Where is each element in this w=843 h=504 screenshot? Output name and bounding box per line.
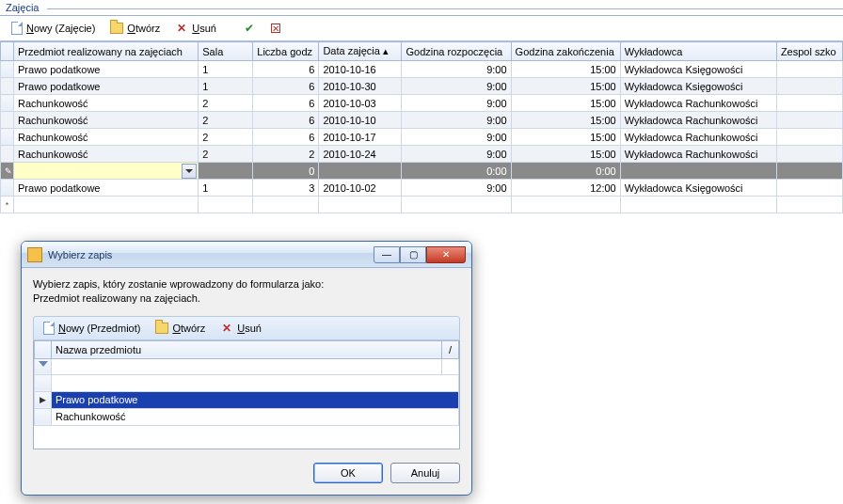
minimize-button[interactable]: —	[374, 246, 400, 263]
cell[interactable]: 6	[253, 95, 319, 112]
cell[interactable]: 2010-10-03	[319, 95, 402, 112]
cell[interactable]: 3	[253, 180, 319, 197]
cell[interactable]: 9:00	[402, 146, 511, 163]
close-button[interactable]: ✕	[426, 246, 466, 263]
cell[interactable]: 6	[253, 61, 319, 78]
cell[interactable]	[776, 95, 842, 112]
cell[interactable]: 2	[199, 129, 253, 146]
col-end[interactable]: Godzina zakończenia	[511, 42, 620, 61]
cell[interactable]: 9:00	[402, 112, 511, 129]
ok-button[interactable]: OK	[313, 463, 383, 483]
new-button[interactable]: Nowy (Zajęcie)	[6, 20, 101, 37]
cell[interactable]	[620, 197, 776, 213]
cell[interactable]: Wykładowca Rachunkowości	[620, 112, 776, 129]
table-row[interactable]: Prawo podatkowe162010-10-309:0015:00Wykł…	[1, 78, 843, 95]
cell[interactable]: 9:00	[402, 61, 511, 78]
cell[interactable]: Prawo podatkowe	[14, 78, 199, 95]
cell[interactable]	[776, 78, 842, 95]
col-nazwa[interactable]: Nazwa przedmiotu	[52, 340, 442, 358]
cancel-button[interactable]: ✕	[265, 22, 286, 35]
col-sort[interactable]: /	[442, 340, 459, 358]
col-godz[interactable]: Liczba godz	[253, 42, 319, 61]
cell[interactable]: Wykładowca Księgowości	[620, 180, 776, 197]
filter-row[interactable]	[35, 358, 459, 374]
dialog-grid[interactable]: Nazwa przedmiotu / ▶ Prawo podatkowe	[34, 340, 459, 426]
cell[interactable]: 1	[199, 61, 253, 78]
main-grid[interactable]: Przedmiot realizowany na zajęciach Sala …	[0, 41, 843, 213]
col-data[interactable]: Data zajęcia ▴	[319, 42, 402, 61]
cell[interactable]: 15:00	[511, 61, 620, 78]
cell[interactable]: 15:00	[511, 78, 620, 95]
cell[interactable]: 2010-10-24	[319, 146, 402, 163]
cell[interactable]: 9:00	[402, 129, 511, 146]
dialog-titlebar[interactable]: Wybierz zapis — ▢ ✕	[22, 242, 471, 268]
cell[interactable]	[319, 163, 402, 180]
cell[interactable]: 1	[199, 78, 253, 95]
cell[interactable]: Prawo podatkowe	[14, 61, 199, 78]
cell[interactable]	[199, 197, 253, 213]
col-wyk[interactable]: Wykładowca	[620, 42, 776, 61]
accept-button[interactable]: ✔	[237, 20, 262, 37]
dialog-new-button[interactable]: Nowy (Przedmiot)	[38, 320, 146, 337]
cell[interactable]: 1	[199, 180, 253, 197]
cell[interactable]: 15:00	[511, 146, 620, 163]
cell[interactable]: 0:00	[511, 163, 620, 180]
cell[interactable]	[776, 163, 842, 180]
cell[interactable]: 9:00	[402, 95, 511, 112]
cell[interactable]: 2010-10-02	[319, 180, 402, 197]
cancel-dialog-button[interactable]: Anuluj	[390, 463, 460, 483]
cell[interactable]: Wykładowca Księgowości	[620, 78, 776, 95]
cell[interactable]: 2	[199, 112, 253, 129]
cell[interactable]: Rachunkowość	[14, 95, 199, 112]
cell[interactable]: Rachunkowość	[14, 129, 199, 146]
cell[interactable]: 6	[253, 112, 319, 129]
cell[interactable]: 2	[253, 146, 319, 163]
cell[interactable]: Rachunkowość	[14, 146, 199, 163]
cell[interactable]: Wykładowca Księgowości	[620, 61, 776, 78]
cell[interactable]	[776, 146, 842, 163]
cell[interactable]: Wykładowca Rachunkowości	[620, 146, 776, 163]
cell[interactable]	[776, 129, 842, 146]
cell[interactable]: 2010-10-16	[319, 61, 402, 78]
edit-row[interactable]: ✎00:000:00	[1, 163, 843, 180]
cell[interactable]	[319, 197, 402, 213]
table-row[interactable]: Rachunkowość222010-10-249:0015:00Wykłado…	[1, 146, 843, 163]
cell[interactable]	[776, 61, 842, 78]
dialog-delete-button[interactable]: ✕ Usuń	[215, 320, 267, 337]
blank-row[interactable]	[35, 374, 459, 391]
cell[interactable]: Rachunkowość	[14, 112, 199, 129]
col-przedmiot[interactable]: Przedmiot realizowany na zajęciach	[14, 42, 199, 61]
table-row[interactable]: Rachunkowość262010-10-179:0015:00Wykłado…	[1, 129, 843, 146]
cell[interactable]: 15:00	[511, 95, 620, 112]
cell[interactable]: 15:00	[511, 129, 620, 146]
cell[interactable]	[620, 163, 776, 180]
cell[interactable]	[199, 163, 253, 180]
cell[interactable]: 2010-10-10	[319, 112, 402, 129]
cell[interactable]: 2	[199, 95, 253, 112]
col-sala[interactable]: Sala	[199, 42, 253, 61]
cell[interactable]: 9:00	[402, 180, 511, 197]
delete-button[interactable]: ✕ Usuń	[169, 20, 222, 37]
cell[interactable]	[776, 180, 842, 197]
cell[interactable]: Prawo podatkowe	[14, 180, 199, 197]
table-row[interactable]: Prawo podatkowe162010-10-169:0015:00Wykł…	[1, 61, 843, 78]
cell[interactable]: 0:00	[402, 163, 511, 180]
cell[interactable]: 6	[253, 78, 319, 95]
cell[interactable]: 9:00	[402, 78, 511, 95]
chevron-down-icon[interactable]	[182, 164, 197, 179]
table-row[interactable]: Rachunkowość262010-10-109:0015:00Wykłado…	[1, 112, 843, 129]
cell[interactable]: 15:00	[511, 112, 620, 129]
cell[interactable]: 2010-10-30	[319, 78, 402, 95]
cell[interactable]	[14, 197, 199, 213]
dialog-open-button[interactable]: Otwórz	[150, 320, 211, 337]
col-zespol[interactable]: Zespol szko	[776, 42, 842, 61]
list-item[interactable]: ▶ Prawo podatkowe	[35, 391, 459, 408]
cell[interactable]: 6	[253, 129, 319, 146]
cell[interactable]: 2010-10-17	[319, 129, 402, 146]
cell[interactable]: Wykładowca Rachunkowości	[620, 129, 776, 146]
cell[interactable]: Wykładowca Rachunkowości	[620, 95, 776, 112]
subject-dropdown[interactable]	[14, 163, 199, 180]
maximize-button[interactable]: ▢	[400, 246, 426, 263]
cell[interactable]	[776, 112, 842, 129]
cell[interactable]	[776, 197, 842, 213]
